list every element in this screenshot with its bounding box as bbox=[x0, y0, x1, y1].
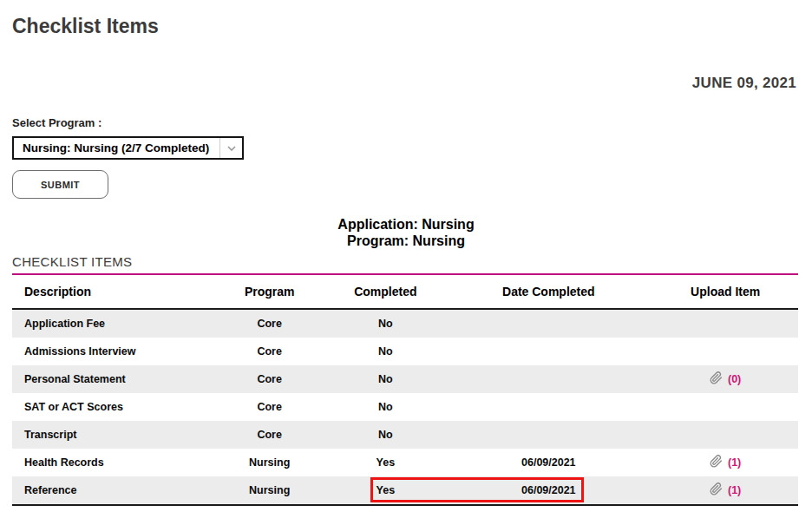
program-select-value: Nursing: Nursing (2/7 Completed) bbox=[14, 141, 219, 154]
cell-upload-item: (0) bbox=[652, 371, 798, 387]
upload-count: (0) bbox=[728, 373, 741, 385]
upload-attachment-link[interactable]: (0) bbox=[710, 371, 741, 387]
cell-program: Core bbox=[213, 318, 326, 330]
application-summary: Application: Nursing Program: Nursing bbox=[0, 216, 812, 249]
program-line: Program: Nursing bbox=[0, 233, 812, 249]
cell-program: Nursing bbox=[213, 484, 326, 496]
upload-attachment-link[interactable]: (1) bbox=[710, 482, 741, 498]
cell-description: Transcript bbox=[12, 429, 213, 441]
submit-button[interactable]: SUBMIT bbox=[12, 170, 108, 199]
table-row: Admissions Interview Core No bbox=[12, 338, 798, 365]
column-header-date-completed: Date Completed bbox=[444, 285, 652, 299]
cell-program: Core bbox=[213, 401, 326, 413]
cell-completed: No bbox=[326, 373, 444, 385]
cell-date-completed: 06/09/2021 bbox=[444, 456, 652, 469]
upload-count: (1) bbox=[728, 484, 741, 496]
checklist-table: Description Program Completed Date Compl… bbox=[12, 273, 798, 506]
cell-program: Nursing bbox=[213, 456, 326, 469]
cell-program: Core bbox=[213, 373, 326, 385]
cell-description: Reference bbox=[12, 484, 213, 496]
program-select[interactable]: Nursing: Nursing (2/7 Completed) bbox=[12, 136, 244, 160]
paperclip-icon bbox=[710, 482, 723, 498]
cell-completed: No bbox=[326, 401, 444, 413]
cell-description: Health Records bbox=[12, 456, 213, 469]
cell-description: Admissions Interview bbox=[12, 345, 213, 358]
column-header-upload-item: Upload Item bbox=[652, 285, 798, 299]
page-title: Checklist Items bbox=[12, 14, 812, 38]
application-line: Application: Nursing bbox=[0, 216, 812, 233]
cell-description: SAT or ACT Scores bbox=[12, 401, 213, 413]
column-header-completed: Completed bbox=[326, 285, 444, 299]
cell-completed: No bbox=[326, 318, 444, 330]
table-row: Personal Statement Core No (0) bbox=[12, 365, 798, 393]
table-row: SAT or ACT Scores Core No bbox=[12, 393, 798, 421]
cell-program: Core bbox=[213, 429, 326, 441]
table-row: Application Fee Core No bbox=[12, 310, 798, 338]
table-row: Transcript Core No bbox=[12, 421, 798, 449]
cell-completed: Yes bbox=[326, 484, 444, 496]
cell-upload-item: (1) bbox=[652, 482, 798, 498]
cell-description: Application Fee bbox=[12, 318, 213, 330]
cell-completed: No bbox=[326, 345, 444, 358]
cell-completed: Yes bbox=[326, 456, 444, 469]
cell-program: Core bbox=[213, 345, 326, 358]
table-row: Reference Nursing Yes 06/09/2021 (1) bbox=[12, 476, 798, 504]
select-program-label: Select Program : bbox=[12, 116, 812, 129]
table-header-row: Description Program Completed Date Compl… bbox=[12, 275, 798, 310]
cell-upload-item: (1) bbox=[652, 455, 798, 470]
upload-attachment-link[interactable]: (1) bbox=[710, 455, 741, 470]
upload-count: (1) bbox=[728, 456, 741, 469]
paperclip-icon bbox=[710, 371, 723, 387]
chevron-down-icon bbox=[219, 138, 242, 158]
column-header-description: Description bbox=[12, 285, 213, 299]
checklist-section-title: CHECKLIST ITEMS bbox=[12, 254, 812, 269]
cell-description: Personal Statement bbox=[12, 373, 213, 385]
current-date: JUNE 09, 2021 bbox=[0, 75, 812, 92]
checklist-page: Checklist Items JUNE 09, 2021 Select Pro… bbox=[0, 14, 812, 525]
cell-date-completed: 06/09/2021 bbox=[444, 484, 652, 496]
table-row: Health Records Nursing Yes 06/09/2021 (1… bbox=[12, 449, 798, 476]
paperclip-icon bbox=[710, 455, 723, 470]
column-header-program: Program bbox=[213, 285, 326, 299]
cell-completed: No bbox=[326, 429, 444, 441]
